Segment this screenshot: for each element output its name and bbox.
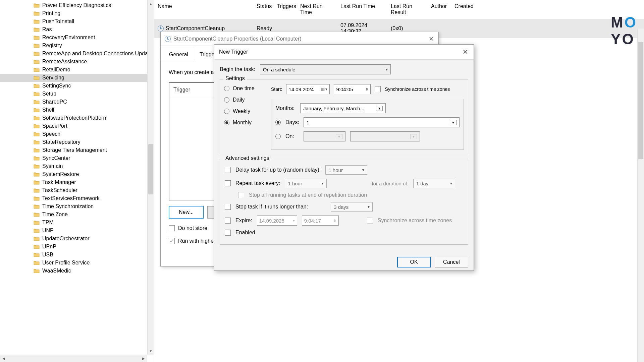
- start-date-input[interactable]: 14.09.2024 ▦▾: [286, 84, 330, 94]
- properties-titlebar[interactable]: StartComponentCleanup Properties (Local …: [161, 32, 438, 46]
- col-lastresult[interactable]: Last Run Result: [387, 1, 428, 17]
- tree-item[interactable]: Task Manager: [0, 178, 154, 186]
- tree-item[interactable]: Registry: [0, 42, 154, 50]
- do-not-store-checkbox[interactable]: [169, 225, 175, 231]
- scroll-thumb[interactable]: [148, 144, 153, 194]
- tree-item[interactable]: Time Zone: [0, 210, 154, 219]
- scroll-right-icon[interactable]: ▶: [140, 355, 147, 362]
- tree-item[interactable]: TextServicesFramework: [0, 194, 154, 202]
- begin-task-select[interactable]: On a schedule ▾: [260, 64, 391, 74]
- tree-item-label: Time Zone: [42, 212, 68, 218]
- tree-item[interactable]: RecoveryEnvironment: [0, 34, 154, 42]
- spinner-icon[interactable]: ▲▼: [333, 219, 336, 223]
- col-author[interactable]: Author: [428, 1, 451, 17]
- tree-item[interactable]: RemoteApp and Desktop Connections Upda: [0, 50, 154, 58]
- col-nextrun[interactable]: Next Run Time: [297, 1, 337, 17]
- tree-item[interactable]: SettingSync: [0, 82, 154, 90]
- tree-item[interactable]: UNP: [0, 227, 154, 235]
- tree-item[interactable]: Ras: [0, 25, 154, 34]
- delay-checkbox[interactable]: [225, 167, 231, 173]
- on-week-select[interactable]: ▼: [304, 131, 345, 141]
- tree-item[interactable]: Sysmain: [0, 162, 154, 170]
- col-status[interactable]: Status: [253, 1, 273, 17]
- folder-icon: [34, 236, 40, 241]
- tree-item[interactable]: SyncCenter: [0, 154, 154, 162]
- tree-item[interactable]: User Profile Service: [0, 259, 154, 267]
- tree-item[interactable]: RemoteAssistance: [0, 58, 154, 66]
- tree-item[interactable]: WaaSMedic: [0, 267, 154, 275]
- tree-item[interactable]: Printing: [0, 9, 154, 17]
- months-select[interactable]: January, February, March... ▼: [300, 103, 386, 113]
- radio-one-time[interactable]: One time: [224, 85, 268, 92]
- tree-item[interactable]: Storage Tiers Management: [0, 146, 154, 154]
- repeat-checkbox[interactable]: [225, 180, 231, 186]
- new-trigger-button[interactable]: New...: [169, 206, 204, 219]
- on-day-select[interactable]: ▼: [350, 131, 420, 141]
- duration-select[interactable]: 1 day▾: [413, 179, 455, 188]
- sync-tz2-checkbox[interactable]: [367, 218, 373, 224]
- tree-item[interactable]: Servicing: [0, 74, 154, 82]
- tree-scrollbar-v[interactable]: ▲ ▼: [147, 0, 154, 355]
- expire-date-input[interactable]: 14.09.2025 ▾: [257, 216, 297, 226]
- chevron-down-icon: ▼: [410, 134, 417, 139]
- start-time-input[interactable]: 9:04:05 ▲▼: [334, 84, 371, 94]
- tree-item[interactable]: USB: [0, 251, 154, 259]
- tree-item[interactable]: TaskScheduler: [0, 186, 154, 194]
- scroll-down-icon[interactable]: ▼: [148, 347, 154, 355]
- stop-longer-checkbox[interactable]: [225, 204, 231, 210]
- run-highest-checkbox[interactable]: [169, 238, 175, 244]
- tree-item[interactable]: SpacePort: [0, 122, 154, 130]
- tree-item[interactable]: Setup: [0, 90, 154, 98]
- new-trigger-titlebar[interactable]: New Trigger ✕: [214, 45, 474, 60]
- tree-item[interactable]: SoftwareProtectionPlatform: [0, 114, 154, 122]
- folder-icon: [34, 148, 40, 153]
- tree-item[interactable]: StateRepository: [0, 138, 154, 146]
- tree-item-label: TPM: [42, 220, 54, 226]
- repeat-select[interactable]: 1 hour▾: [285, 179, 327, 188]
- tree-item[interactable]: UpdateOrchestrator: [0, 235, 154, 243]
- radio-on[interactable]: [275, 134, 281, 139]
- right-scrollbar[interactable]: [637, 28, 644, 362]
- col-lastrun[interactable]: Last Run Time: [337, 1, 387, 17]
- col-created[interactable]: Created: [451, 1, 478, 17]
- close-icon[interactable]: ✕: [462, 48, 469, 56]
- radio-daily[interactable]: Daily: [224, 97, 268, 103]
- tree-item[interactable]: Power Efficiency Diagnostics: [0, 1, 154, 9]
- radio-days[interactable]: [275, 120, 281, 125]
- close-icon[interactable]: ✕: [428, 36, 434, 42]
- tree-item[interactable]: SharedPC: [0, 98, 154, 106]
- tree-item-label: Speech: [42, 131, 60, 137]
- tree-item[interactable]: Shell: [0, 106, 154, 114]
- tree-item[interactable]: TPM: [0, 219, 154, 227]
- scroll-up-icon[interactable]: ▲: [148, 0, 154, 7]
- enabled-checkbox[interactable]: [225, 230, 231, 236]
- stop-longer-select[interactable]: 3 days▾: [331, 202, 373, 212]
- stop-all-checkbox[interactable]: [238, 192, 244, 198]
- folder-icon: [34, 172, 40, 177]
- task-header: Name Status Triggers Next Run Time Last …: [154, 0, 644, 19]
- tree-item[interactable]: PushToInstall: [0, 17, 154, 25]
- expire-time-input[interactable]: 9:04:17 ▲▼: [302, 216, 339, 226]
- tree-item[interactable]: SystemRestore: [0, 170, 154, 178]
- delay-select[interactable]: 1 hour▾: [325, 165, 367, 175]
- col-name[interactable]: Name: [154, 1, 253, 17]
- expire-checkbox[interactable]: [225, 218, 231, 224]
- scroll-thumb[interactable]: [638, 42, 643, 159]
- tree-item-label: Printing: [42, 10, 60, 16]
- ok-button[interactable]: OK: [397, 257, 431, 267]
- tree-item[interactable]: Speech: [0, 130, 154, 138]
- scroll-left-icon[interactable]: ◀: [0, 355, 7, 362]
- tree-item[interactable]: UPnP: [0, 243, 154, 251]
- tree-item[interactable]: RetailDemo: [0, 66, 154, 74]
- cancel-button[interactable]: Cancel: [435, 257, 468, 267]
- radio-weekly[interactable]: Weekly: [224, 108, 268, 114]
- tab-general[interactable]: General: [163, 48, 194, 61]
- sync-tz-checkbox[interactable]: [375, 86, 381, 92]
- col-triggers[interactable]: Triggers: [273, 1, 297, 17]
- radio-monthly[interactable]: Monthly: [224, 120, 268, 126]
- folder-icon: [34, 220, 40, 225]
- tree-item[interactable]: Time Synchronization: [0, 202, 154, 210]
- tree-scrollbar-h[interactable]: ◀ ▶: [0, 355, 147, 362]
- days-select[interactable]: 1 ▼: [304, 117, 460, 127]
- spinner-icon[interactable]: ▲▼: [366, 87, 369, 91]
